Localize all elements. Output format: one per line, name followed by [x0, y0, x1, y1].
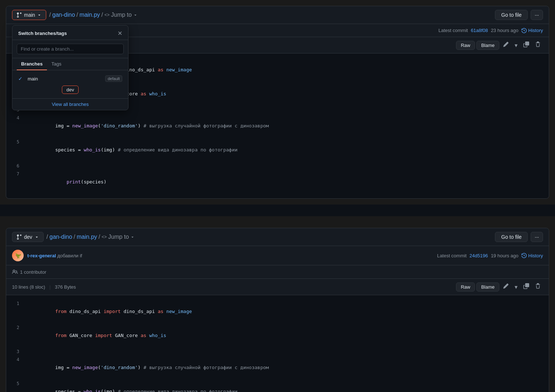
- contributors-icon: [12, 269, 18, 275]
- edit-icon-2: [503, 283, 509, 289]
- breadcrumb-2: / gan-dino / main.py / <> Jump to: [47, 234, 135, 240]
- breadcrumb-repo-2[interactable]: gan-dino: [49, 234, 72, 240]
- dropdown-items: ✓ main default dev: [12, 70, 128, 98]
- branch-button[interactable]: main: [12, 10, 46, 20]
- branch-search-input[interactable]: [17, 44, 124, 54]
- p2-code-line-3: 3: [6, 348, 549, 356]
- breadcrumb-file[interactable]: main.py: [80, 12, 100, 18]
- var-name: who_is: [149, 333, 166, 338]
- jump-to-label-2: Jump to: [108, 234, 129, 240]
- func-call: print: [67, 179, 81, 185]
- keyword-as: as: [140, 91, 146, 96]
- chevron-edit-icon-button[interactable]: ▾: [512, 40, 520, 50]
- line-num: 7: [6, 170, 27, 178]
- line-num: 5: [6, 380, 27, 388]
- dropdown-header: Switch branches/tags ✕: [12, 25, 128, 40]
- commit-info-right: Latest commit 24d5196 19 hours ago Histo…: [437, 253, 543, 258]
- commit-time-2: 19 hours ago: [491, 253, 519, 258]
- branch-name: main: [24, 12, 35, 18]
- go-to-file-button-2[interactable]: Go to file: [495, 232, 528, 242]
- commit-hash-2[interactable]: 24d5196: [469, 253, 488, 258]
- branch-item-main[interactable]: ✓ main default: [12, 73, 128, 84]
- jump-to-label: Jump to: [111, 12, 132, 18]
- history-label-2: History: [528, 253, 543, 258]
- blame-button[interactable]: Blame: [476, 41, 499, 50]
- jump-to-button-2[interactable]: <> Jump to: [102, 234, 135, 240]
- code-line-7: 7 print(species): [6, 170, 549, 194]
- comment: # выгрузка случайной фотографии с диноза…: [143, 123, 269, 128]
- var: species: [55, 147, 75, 153]
- branch-button-dev[interactable]: dev: [12, 232, 44, 242]
- history-link-2[interactable]: History: [522, 253, 543, 258]
- panel-dev-branch: dev / gan-dino / main.py / <> Jump to: [6, 228, 549, 392]
- comment: # определение вида динозавра по фотограф…: [118, 389, 238, 392]
- panel2-header: dev / gan-dino / main.py / <> Jump to: [6, 228, 549, 246]
- file-actions-2: Raw Blame ▾: [456, 282, 543, 292]
- chevron-edit-icon-button-2[interactable]: ▾: [512, 282, 520, 292]
- breadcrumb: / gan-dino / main.py / <> Jump to: [49, 12, 138, 18]
- panel1-header: main Switch branches/tags ✕ Branc: [6, 6, 549, 24]
- line-code: [27, 348, 41, 356]
- breadcrumb-file-2[interactable]: main.py: [77, 234, 97, 240]
- jump-to-button[interactable]: <> Jump to: [104, 12, 138, 18]
- branch-item-main-name: ✓ main: [18, 76, 38, 82]
- line-num: 1: [6, 300, 27, 308]
- tab-branches[interactable]: Branches: [17, 58, 47, 70]
- branch-item-dev[interactable]: dev: [62, 86, 79, 94]
- raw-button[interactable]: Raw: [456, 41, 475, 50]
- edit-icon-button[interactable]: [501, 40, 511, 50]
- line-num: 4: [6, 114, 27, 122]
- panel2-file-toolbar: 10 lines (8 sloc) | 376 Bytes Raw Blame …: [6, 279, 549, 295]
- branch-dropdown-container: main Switch branches/tags ✕ Branc: [12, 10, 46, 20]
- more-options-button-2[interactable]: ···: [531, 232, 543, 242]
- copy-button-2[interactable]: [521, 282, 531, 292]
- edit-icon-button-2[interactable]: [501, 282, 511, 292]
- delete-button[interactable]: [533, 40, 543, 50]
- line-code: img = new_image('dino_random') # выгрузк…: [27, 356, 275, 380]
- breadcrumb-sep2: /: [76, 12, 78, 18]
- line-code: from GAN_core import GAN_core as who_is: [27, 324, 172, 348]
- header-actions-2: Go to file ···: [495, 232, 543, 242]
- close-dropdown-button[interactable]: ✕: [118, 30, 122, 37]
- string-val: 'dino_random': [101, 123, 138, 128]
- branch-icon: [17, 12, 22, 17]
- chevron-down-icon: [37, 13, 41, 17]
- line-num: 2: [6, 324, 27, 332]
- commit-time: 23 hours ago: [491, 28, 519, 33]
- delete-button-2[interactable]: [533, 282, 543, 292]
- commit-message: добавили if: [57, 253, 82, 258]
- file-info-2: 10 lines (8 sloc) | 376 Bytes: [12, 284, 76, 290]
- line-num: 4: [6, 356, 27, 364]
- lines-info: 10 lines (8 sloc): [12, 284, 45, 290]
- check-icon: ✓: [18, 76, 23, 82]
- view-all-branches-link[interactable]: View all branches: [12, 98, 128, 110]
- edit-icon: [503, 41, 509, 47]
- go-to-file-button[interactable]: Go to file: [495, 10, 528, 20]
- commit-hash[interactable]: 61a8f08: [471, 28, 488, 33]
- history-icon: [522, 28, 527, 33]
- more-options-button[interactable]: ···: [531, 10, 543, 20]
- keyword: from: [55, 333, 67, 338]
- tab-tags[interactable]: Tags: [47, 58, 66, 70]
- copy-button[interactable]: [521, 40, 531, 50]
- panel-main-branch: main Switch branches/tags ✕ Branc: [6, 6, 549, 199]
- panel2-contributor-bar: 🦖 t-rex-general добавили if Latest commi…: [6, 246, 549, 265]
- branch-item-dev-container: dev: [12, 84, 128, 95]
- jump-to-chevron-icon-2: [130, 235, 135, 239]
- breadcrumb-sep1: /: [49, 12, 51, 18]
- default-badge: default: [105, 75, 122, 82]
- blame-button-2[interactable]: Blame: [476, 282, 499, 292]
- delete-icon: [535, 41, 541, 47]
- contributor-name[interactable]: t-rex-general: [27, 253, 56, 258]
- history-label: History: [528, 28, 543, 33]
- contributor-info: t-rex-general добавили if: [27, 253, 433, 258]
- raw-button-2[interactable]: Raw: [456, 282, 475, 292]
- main-branch-label: main: [28, 76, 38, 82]
- copy-icon-2: [523, 283, 529, 289]
- history-icon-2: [522, 253, 527, 258]
- history-link[interactable]: History: [522, 28, 543, 33]
- breadcrumb-repo[interactable]: gan-dino: [52, 12, 75, 18]
- keyword-as: as: [158, 67, 163, 72]
- commit-prefix-2: Latest commit: [437, 253, 467, 258]
- keyword-as: as: [158, 309, 163, 314]
